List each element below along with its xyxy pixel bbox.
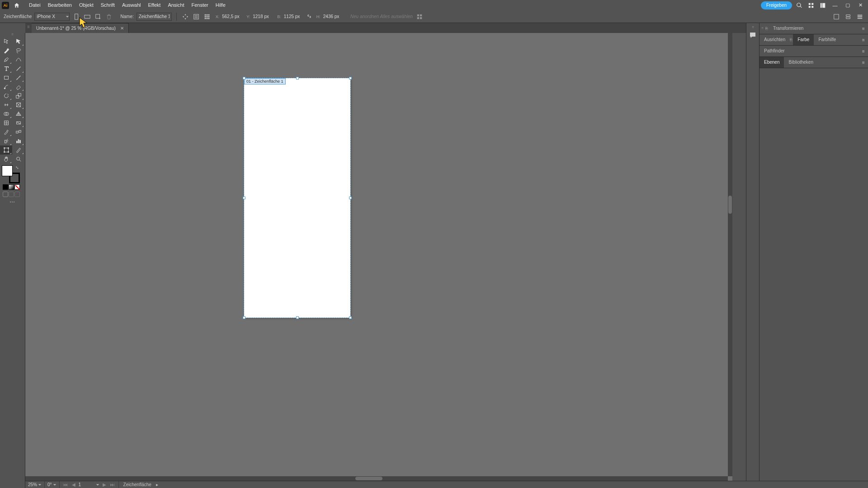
svg-rect-40 bbox=[4, 152, 5, 153]
h-input[interactable] bbox=[323, 13, 343, 20]
canvas-area[interactable]: 01 - Zeichenfläche 1 bbox=[25, 33, 658, 369]
fill-stroke-swatch[interactable]: ⤡ bbox=[2, 165, 20, 183]
tab-drag-handle[interactable]: ⠿ bbox=[27, 25, 30, 31]
eraser-tool[interactable] bbox=[12, 82, 24, 91]
draw-mode-buttons bbox=[0, 190, 25, 197]
gradient-tool[interactable] bbox=[12, 118, 24, 127]
color-mode-solid[interactable] bbox=[3, 184, 8, 190]
svg-rect-21 bbox=[417, 17, 419, 19]
draw-normal[interactable] bbox=[3, 192, 8, 197]
svg-rect-22 bbox=[420, 17, 422, 19]
selection-tool[interactable] bbox=[0, 37, 12, 46]
slice-tool[interactable] bbox=[12, 145, 24, 155]
reference-point-button[interactable] bbox=[203, 13, 211, 21]
x-label: X: bbox=[216, 14, 220, 19]
menu-schrift[interactable]: Schrift bbox=[97, 0, 118, 10]
artboard[interactable] bbox=[244, 78, 350, 318]
document-tab[interactable]: Unbenannt-1* @ 25 % (RGB/Vorschau) ✕ bbox=[32, 23, 129, 33]
pen-tool[interactable] bbox=[0, 55, 12, 64]
artboard-options-button[interactable] bbox=[192, 13, 200, 21]
toolbar-drag-handle[interactable]: ⠿ bbox=[0, 33, 25, 37]
color-mode-gradient[interactable] bbox=[9, 184, 14, 190]
menu-effekt[interactable]: Effekt bbox=[144, 0, 164, 10]
tool-panel: ⠿ bbox=[0, 33, 25, 369]
h-label: H: bbox=[316, 14, 321, 19]
svg-point-26 bbox=[4, 88, 5, 89]
link-wh-icon[interactable] bbox=[307, 14, 312, 20]
name-field-label: Name: bbox=[120, 14, 133, 19]
artboard-preset-select[interactable]: iPhone X bbox=[34, 13, 70, 21]
svg-rect-35 bbox=[19, 131, 20, 132]
menu-fenster[interactable]: Fenster bbox=[188, 0, 212, 10]
document-tab-close-button[interactable]: ✕ bbox=[120, 26, 124, 31]
menu-bearbeiten[interactable]: Bearbeiten bbox=[44, 0, 75, 10]
draw-inside[interactable] bbox=[14, 192, 20, 197]
fill-swatch[interactable] bbox=[2, 165, 13, 176]
hand-tool[interactable] bbox=[0, 155, 12, 164]
rotate-tool[interactable] bbox=[0, 91, 12, 100]
svg-rect-25 bbox=[4, 76, 8, 80]
rearrange-grid-icon[interactable] bbox=[415, 13, 424, 21]
draw-behind[interactable] bbox=[9, 192, 14, 197]
blend-tool[interactable] bbox=[12, 127, 24, 136]
magic-wand-tool[interactable] bbox=[0, 46, 12, 55]
svg-rect-11 bbox=[206, 14, 208, 15]
svg-rect-39 bbox=[8, 148, 9, 149]
rearrange-hint[interactable]: Neu anordnen Alles auswählen bbox=[350, 14, 413, 19]
orientation-portrait-button[interactable] bbox=[72, 13, 80, 21]
y-input[interactable] bbox=[253, 13, 273, 20]
svg-rect-38 bbox=[4, 148, 5, 149]
menu-ansicht[interactable]: Ansicht bbox=[164, 0, 188, 10]
svg-rect-12 bbox=[208, 14, 209, 15]
artboard-title-label[interactable]: 01 - Zeichenfläche 1 bbox=[244, 78, 286, 84]
w-input[interactable] bbox=[284, 13, 304, 20]
symbol-sprayer-tool[interactable] bbox=[0, 136, 12, 145]
svg-rect-36 bbox=[5, 140, 6, 143]
color-mode-none[interactable] bbox=[14, 184, 20, 190]
orientation-landscape-button[interactable] bbox=[83, 13, 91, 21]
w-label: B: bbox=[277, 14, 281, 19]
svg-point-24 bbox=[16, 49, 20, 51]
svg-rect-17 bbox=[206, 18, 208, 19]
perspective-grid-tool[interactable] bbox=[12, 109, 24, 118]
x-input[interactable] bbox=[222, 13, 242, 20]
svg-rect-8 bbox=[96, 14, 100, 18]
paintbrush-tool[interactable] bbox=[12, 73, 24, 82]
new-artboard-button[interactable] bbox=[94, 13, 102, 21]
lasso-tool[interactable] bbox=[12, 46, 24, 55]
toolbar-more-button[interactable]: ⋯ bbox=[0, 197, 25, 205]
svg-rect-13 bbox=[204, 16, 206, 17]
scale-tool[interactable] bbox=[12, 91, 24, 100]
eyedropper-tool[interactable] bbox=[0, 127, 12, 136]
home-button[interactable] bbox=[12, 1, 22, 10]
artboard-tool[interactable] bbox=[0, 145, 12, 155]
move-with-artboard-button[interactable] bbox=[181, 13, 189, 21]
column-graph-tool[interactable] bbox=[12, 136, 24, 145]
shaper-tool[interactable] bbox=[0, 82, 12, 91]
mesh-tool[interactable] bbox=[0, 118, 12, 127]
svg-rect-28 bbox=[18, 94, 21, 96]
line-tool[interactable] bbox=[12, 64, 24, 73]
artboard-preset-value: iPhone X bbox=[37, 14, 55, 19]
delete-artboard-button[interactable] bbox=[105, 13, 113, 21]
swap-fill-stroke-icon[interactable]: ⤡ bbox=[15, 165, 19, 170]
menu-hilfe[interactable]: Hilfe bbox=[212, 0, 229, 10]
artboard-name-input[interactable] bbox=[137, 13, 172, 21]
svg-rect-7 bbox=[85, 15, 90, 18]
control-bar: Zeichenfläche iPhone X Name: X: Y: B: H:… bbox=[0, 10, 658, 23]
zoom-tool[interactable] bbox=[12, 155, 24, 164]
svg-rect-41 bbox=[8, 152, 9, 153]
shape-builder-tool[interactable] bbox=[0, 109, 12, 118]
type-tool[interactable] bbox=[0, 64, 12, 73]
menu-objekt[interactable]: Objekt bbox=[75, 0, 97, 10]
svg-rect-10 bbox=[204, 14, 206, 15]
free-transform-tool[interactable] bbox=[12, 100, 24, 109]
menu-datei[interactable]: Datei bbox=[25, 0, 44, 10]
curvature-tool[interactable] bbox=[12, 55, 24, 64]
menu-auswahl[interactable]: Auswahl bbox=[118, 0, 145, 10]
width-tool[interactable] bbox=[0, 100, 12, 109]
direct-selection-tool[interactable] bbox=[12, 37, 24, 46]
rectangle-tool[interactable] bbox=[0, 73, 12, 82]
svg-rect-15 bbox=[208, 16, 209, 17]
document-tab-bar: ⠿ Unbenannt-1* @ 25 % (RGB/Vorschau) ✕ bbox=[25, 23, 658, 33]
